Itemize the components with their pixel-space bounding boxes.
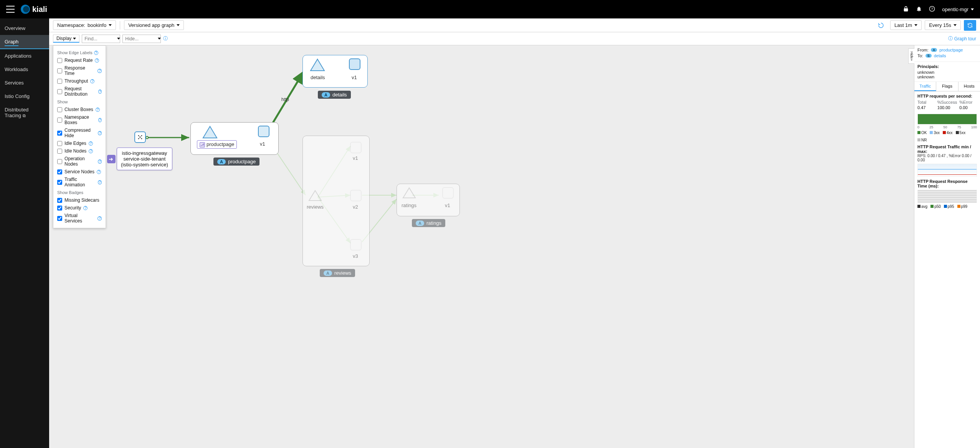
- help-icon[interactable]: ?: [929, 6, 935, 13]
- opt-idle-nodes[interactable]: Idle Nodes?: [57, 147, 102, 155]
- reviews-app-badge: Areviews: [320, 269, 355, 277]
- time-range-dropdown[interactable]: Last 1m: [890, 20, 922, 30]
- help-icon[interactable]: ?: [98, 180, 102, 184]
- node-ingress[interactable]: [134, 131, 146, 143]
- refresh-button[interactable]: [964, 20, 976, 31]
- virtualservice-icon: ⎇: [200, 142, 205, 148]
- opt-compressed-hide[interactable]: Compressed Hide?: [57, 126, 102, 139]
- tab-flags[interactable]: Flags: [936, 82, 958, 91]
- to-badge: S: [925, 54, 932, 58]
- chevron-down-icon: [971, 8, 974, 10]
- side-panel-hide-handle[interactable]: Hide »: [908, 48, 914, 64]
- svg-marker-23: [403, 188, 415, 198]
- help-icon[interactable]: ?: [98, 69, 102, 73]
- sidebar-item-graph[interactable]: Graph: [0, 35, 49, 49]
- arrow-right-icon: ➜: [109, 156, 113, 162]
- details-app-badge: Adetails: [318, 91, 351, 99]
- help-icon[interactable]: ?: [97, 170, 101, 174]
- tab-traffic[interactable]: Traffic: [914, 82, 936, 91]
- graph-canvas[interactable]: Show Edge Labels? Request Rate? Response…: [49, 45, 980, 448]
- user-name: opentlc-mgr: [942, 7, 968, 12]
- user-menu[interactable]: opentlc-mgr: [942, 7, 974, 12]
- help-icon[interactable]: ?: [83, 206, 88, 210]
- opt-response-time[interactable]: Response Time?: [57, 64, 102, 77]
- workload-icon: [349, 58, 360, 70]
- traffic-chart: [917, 164, 977, 177]
- principals-title: Principals:: [917, 64, 977, 69]
- node-details-group[interactable]: details v1: [302, 55, 368, 88]
- opt-security[interactable]: Security?: [57, 204, 102, 212]
- help-icon[interactable]: ?: [90, 79, 94, 83]
- opt-service-nodes[interactable]: Service Nodes?: [57, 168, 102, 176]
- chevron-down-icon[interactable]: [117, 38, 120, 40]
- opt-namespace-boxes[interactable]: Namespace Boxes?: [57, 113, 102, 126]
- sidebar-item-services[interactable]: Services: [0, 76, 49, 90]
- help-icon[interactable]: ?: [98, 216, 102, 221]
- help-icon: ⓘ: [948, 35, 953, 42]
- edge-label-http: http: [281, 97, 289, 102]
- help-icon[interactable]: ?: [94, 51, 98, 55]
- info-icon[interactable]: ⓘ: [163, 35, 168, 42]
- svg-point-3: [146, 136, 148, 139]
- sidebar-item-overview[interactable]: Overview: [0, 22, 49, 35]
- bell-icon[interactable]: [916, 6, 922, 13]
- lock-icon[interactable]: [903, 6, 909, 13]
- namespace-dropdown[interactable]: Namespace: bookinfo: [53, 20, 116, 30]
- node-reviews-group[interactable]: v1 v2 v3 reviews: [302, 136, 370, 266]
- tab-hosts[interactable]: Hosts: [959, 82, 980, 91]
- opt-request-rate[interactable]: Request Rate?: [57, 56, 102, 64]
- node-ratings-group[interactable]: ratings v1: [397, 184, 460, 216]
- service-icon: [402, 187, 416, 199]
- help-icon[interactable]: ?: [98, 90, 102, 94]
- productpage-svc-label: ⎇productpage: [197, 140, 237, 149]
- from-link[interactable]: productpage: [939, 48, 963, 52]
- sidebar-item-workloads[interactable]: Workloads: [0, 63, 49, 76]
- panel-section-show: Show: [57, 100, 102, 104]
- to-link[interactable]: details: [934, 53, 946, 58]
- main: Namespace: bookinfo Versioned app graph …: [49, 18, 980, 448]
- opt-missing-sidecars[interactable]: Missing Sidecars: [57, 196, 102, 204]
- sidebar-item-distributed-tracing[interactable]: Distributed Tracing⧉: [0, 103, 49, 122]
- graph-type-dropdown[interactable]: Versioned app graph: [124, 20, 184, 30]
- replay-button[interactable]: [875, 20, 887, 31]
- topbar: kiali ? opentlc-mgr: [0, 0, 980, 18]
- details-svc-label: details: [311, 75, 325, 80]
- find-input[interactable]: [82, 35, 120, 43]
- help-icon[interactable]: ?: [95, 58, 99, 63]
- sidebar-item-istio-config[interactable]: Istio Config: [0, 90, 49, 103]
- help-icon[interactable]: ?: [98, 131, 102, 135]
- help-icon[interactable]: ?: [96, 108, 100, 112]
- service-icon: [202, 126, 218, 139]
- chevron-down-icon[interactable]: [158, 38, 161, 40]
- svg-text:?: ?: [931, 7, 933, 11]
- http-metrics-table: Total%Success%Error 0.47100.000.00: [917, 100, 977, 110]
- side-panel-tabs: Traffic Flags Hosts: [914, 82, 980, 91]
- hide-input[interactable]: [122, 35, 161, 43]
- opt-operation-nodes[interactable]: Operation Nodes?: [57, 155, 102, 168]
- opt-virtual-services[interactable]: Virtual Services?: [57, 212, 102, 225]
- hamburger-menu[interactable]: [6, 6, 15, 13]
- help-icon[interactable]: ?: [98, 159, 102, 164]
- refresh-interval-dropdown[interactable]: Every 15s: [925, 20, 961, 30]
- reviews-v3-label: v3: [353, 253, 358, 259]
- node-productpage-group[interactable]: ⎇productpage v1: [190, 122, 279, 155]
- help-icon[interactable]: ?: [89, 149, 93, 153]
- chevron-down-icon: [177, 24, 180, 26]
- ingress-tooltip: ➜ istio-ingressgateway service-side-tena…: [117, 148, 172, 170]
- http-rps-title: HTTP requests per second:: [917, 94, 977, 98]
- traffic-chart-sub: RPS: 0.00 / 0.47 , %Error 0.00 / 0.00: [917, 154, 977, 162]
- opt-request-distribution[interactable]: Request Distribution?: [57, 85, 102, 98]
- graph-tour-link[interactable]: ⓘ Graph tour: [948, 35, 976, 42]
- opt-traffic-animation[interactable]: Traffic Animation?: [57, 176, 102, 189]
- productpage-v1-label: v1: [260, 141, 265, 147]
- opt-cluster-boxes[interactable]: Cluster Boxes?: [57, 106, 102, 113]
- help-icon[interactable]: ?: [98, 118, 102, 122]
- display-dropdown[interactable]: Display: [53, 35, 79, 43]
- svg-marker-20: [203, 126, 217, 138]
- workload-icon: [350, 239, 362, 251]
- ratings-v1-label: v1: [445, 202, 450, 208]
- sidebar-item-applications[interactable]: Applications: [0, 49, 49, 63]
- opt-throughput[interactable]: Throughput?: [57, 77, 102, 85]
- help-icon[interactable]: ?: [89, 141, 93, 146]
- opt-idle-edges[interactable]: Idle Edges?: [57, 139, 102, 147]
